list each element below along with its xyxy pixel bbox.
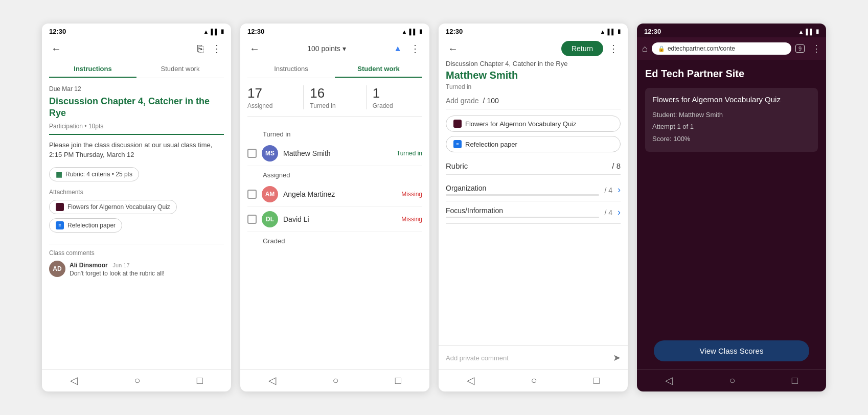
status-icons-2: ▲ ▌▌ ▮: [402, 28, 422, 35]
screen-1: 12:30 ▲ ▌▌ ▮ ← ⎘ ⋮ Instructions Student …: [42, 24, 231, 391]
rubric-focus-chevron[interactable]: ›: [618, 207, 621, 218]
share-icon[interactable]: ⎘: [195, 41, 205, 57]
toolbar-2: ← 100 points ▾ ▲ ⋮: [240, 37, 429, 60]
more-icon-3[interactable]: ⋮: [606, 40, 621, 57]
back-nav-icon-1[interactable]: ◁: [70, 374, 78, 386]
wifi-icon: ▲: [203, 29, 209, 35]
more-icon-4[interactable]: ⋮: [812, 43, 821, 54]
screen-2: 12:30 ▲ ▌▌ ▮ ← 100 points ▾ ▲ ⋮ Instruct…: [240, 24, 429, 391]
quiz-score: Score: 100%: [652, 133, 811, 145]
stat-divider-1: [303, 85, 304, 109]
stat-assigned: 17 Assigned: [247, 85, 297, 109]
student-name-david: David Li: [283, 215, 396, 223]
tab-count[interactable]: 9: [795, 44, 805, 53]
more-icon-2[interactable]: ⋮: [408, 40, 422, 57]
wifi-icon-3: ▲: [600, 29, 606, 35]
student-row-david[interactable]: DL David Li Missing: [247, 207, 422, 232]
status-angela: Missing: [401, 191, 422, 198]
stats-row: 17 Assigned 16 Turned in 1 Graded: [247, 85, 422, 117]
rubric-chip[interactable]: ▦ Rubric: 4 criteria • 25 pts: [49, 167, 139, 181]
stat-divider-2: [366, 85, 367, 109]
tab-instructions-1[interactable]: Instructions: [49, 60, 136, 78]
status-matthew: Turned in: [397, 150, 422, 157]
battery-icon-4: ▮: [816, 28, 819, 35]
doc-icon-3: ≡: [453, 140, 462, 148]
tab-student-work-2[interactable]: Student work: [335, 60, 422, 78]
recents-nav-icon-3[interactable]: □: [593, 375, 600, 386]
attachment-doc-chip[interactable]: ≡ Refelection paper: [49, 218, 122, 233]
wifi-icon-2: ▲: [402, 29, 407, 35]
home-nav-icon-1[interactable]: ○: [134, 375, 140, 386]
attachment-quiz-chip[interactable]: Flowers for Algernon Vocabulary Quiz: [49, 200, 177, 214]
home-nav-icon-2[interactable]: ○: [332, 375, 338, 386]
comments-section: Class comments AD Ali Dinsmoor Jun 17 Do…: [49, 244, 224, 277]
back-nav-icon-4[interactable]: ◁: [665, 374, 673, 386]
avatar-david: DL: [262, 211, 278, 227]
quiz-card-title: Flowers for Algernon Vocabulary Quiz: [652, 95, 811, 104]
recents-nav-icon-4[interactable]: □: [792, 375, 798, 386]
attachments-list: Flowers for Algernon Vocabulary Quiz ≡ R…: [446, 116, 621, 156]
signal-icon-3: ▌▌: [607, 29, 615, 35]
bottom-nav-4: ◁ ○ □: [637, 370, 826, 391]
screen-4: 12:30 ▲ ▌▌ ▮ ⌂ 🔒 edtechpartner.com/conte…: [637, 24, 826, 391]
back-button-1[interactable]: ←: [49, 41, 63, 57]
quiz-icon: [56, 203, 64, 211]
dark-toolbar: ⌂ 🔒 edtechpartner.com/conte 9 ⋮: [637, 37, 826, 60]
home-nav-icon-3[interactable]: ○: [531, 375, 537, 386]
bottom-nav-1: ◁ ○ □: [42, 370, 231, 391]
tab-student-work-1[interactable]: Student work: [136, 60, 224, 78]
rubric-section-3: Rubric / 8 Organization / 4 › Focus/Info…: [446, 162, 621, 224]
back-button-2[interactable]: ←: [247, 41, 262, 57]
checkbox-david[interactable]: [247, 215, 257, 224]
back-button-3[interactable]: ←: [446, 41, 460, 57]
comment-date: Jun 17: [113, 262, 130, 268]
screen1-content: Due Mar 12 Discussion Chapter 4, Catcher…: [42, 78, 231, 370]
section-turned-in-label: Turned in: [247, 125, 422, 141]
comments-label: Class comments: [49, 249, 224, 257]
checkbox-matthew[interactable]: [247, 149, 257, 158]
rubric-org-chevron[interactable]: ›: [618, 185, 621, 195]
rubric-item-focus: Focus/Information / 4 ›: [446, 201, 621, 224]
points-selector[interactable]: 100 points ▾: [307, 44, 346, 53]
site-title: Ed Tech Partner Site: [645, 68, 818, 80]
more-icon-1[interactable]: ⋮: [210, 40, 224, 57]
return-button[interactable]: Return: [561, 41, 603, 56]
dark-content: Ed Tech Partner Site Flowers for Algerno…: [637, 60, 826, 332]
checkbox-angela[interactable]: [247, 190, 257, 199]
points-label: 100 points: [307, 44, 340, 53]
status-bar-3: 12:30 ▲ ▌▌ ▮: [439, 24, 628, 37]
grade-add-label[interactable]: Add grade: [446, 97, 479, 105]
green-divider: [49, 134, 224, 135]
drive-icon[interactable]: ▲: [392, 42, 404, 55]
send-icon[interactable]: ➤: [613, 352, 621, 363]
avatar-matthew: MS: [262, 145, 278, 162]
stat-graded: 1 Graded: [373, 85, 422, 109]
comment-text: Don't forget to look at the rubric all!: [70, 270, 165, 277]
recents-nav-icon-2[interactable]: □: [395, 375, 401, 386]
private-comment-input[interactable]: Add private comment: [446, 354, 613, 362]
turned-in-label: Turned in: [446, 83, 621, 90]
lock-icon: 🔒: [658, 45, 665, 52]
status-icons-1: ▲ ▌▌ ▮: [203, 28, 224, 35]
stat-assigned-number: 17: [247, 85, 297, 101]
home-icon[interactable]: ⌂: [642, 43, 648, 54]
stat-graded-label: Graded: [373, 102, 422, 109]
battery-icon-2: ▮: [419, 28, 422, 35]
rubric-header: Rubric / 8: [446, 162, 621, 175]
attachment-quiz-chip-3[interactable]: Flowers for Algernon Vocabulary Quiz: [446, 116, 621, 132]
avatar-angela: AM: [262, 186, 278, 202]
student-name-matthew: Matthew Smith: [283, 149, 392, 157]
stat-turned-in-number: 16: [310, 85, 359, 101]
attachment-doc-chip-3[interactable]: ≡ Refelection paper: [446, 136, 621, 152]
recents-nav-icon-1[interactable]: □: [197, 375, 203, 386]
student-row-matthew[interactable]: MS Matthew Smith Turned in: [247, 141, 422, 166]
student-row-angela[interactable]: AM Angela Martinez Missing: [247, 182, 422, 207]
status-david: Missing: [401, 216, 422, 223]
tab-instructions-2[interactable]: Instructions: [247, 60, 335, 78]
home-nav-icon-4[interactable]: ○: [729, 375, 735, 386]
back-nav-icon-3[interactable]: ◁: [467, 374, 474, 386]
address-bar[interactable]: 🔒 edtechpartner.com/conte: [652, 42, 791, 55]
assignment-desc: Please join the class discussion at our …: [49, 140, 224, 160]
back-nav-icon-2[interactable]: ◁: [268, 374, 276, 386]
view-class-scores-button[interactable]: View Class Scores: [654, 340, 809, 361]
